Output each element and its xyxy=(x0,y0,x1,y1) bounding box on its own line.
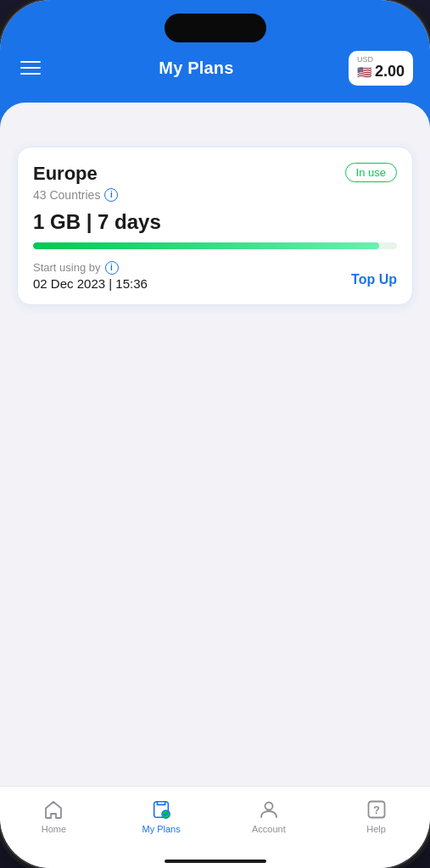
account-icon xyxy=(258,798,280,821)
nav-item-account[interactable]: Account xyxy=(215,793,323,839)
menu-button[interactable] xyxy=(17,58,44,78)
nav-item-home[interactable]: Home xyxy=(0,793,108,839)
home-nav-label: Home xyxy=(42,824,66,834)
help-nav-label: Help xyxy=(366,824,386,834)
progress-bar-fill xyxy=(33,242,379,249)
in-use-badge: In use xyxy=(345,163,397,182)
plan-size: 1 GB | 7 days xyxy=(33,210,397,234)
phone-shell: My Plans USD 🇺🇸 2.00 Europe In use 43 xyxy=(0,0,430,868)
start-using-info-icon[interactable]: i xyxy=(105,261,119,275)
dynamic-island xyxy=(165,14,266,42)
nav-item-help[interactable]: ? Help xyxy=(322,793,430,839)
page-title: My Plans xyxy=(159,58,233,78)
screen: My Plans USD 🇺🇸 2.00 Europe In use 43 xyxy=(0,0,430,868)
svg-text:?: ? xyxy=(373,804,380,816)
header-curve xyxy=(0,103,430,133)
balance-badge[interactable]: USD 🇺🇸 2.00 xyxy=(349,51,413,86)
countries-info-icon[interactable]: i xyxy=(104,188,118,202)
plan-card: Europe In use 43 Countries i 1 GB | 7 da… xyxy=(17,147,413,305)
start-using-section: Start using by i 02 Dec 2023 | 15:36 xyxy=(33,261,148,291)
main-content: Europe In use 43 Countries i 1 GB | 7 da… xyxy=(0,133,430,786)
countries-text: 43 Countries xyxy=(33,188,100,202)
account-nav-label: Account xyxy=(252,824,286,834)
plan-region: Europe xyxy=(33,163,98,185)
home-indicator-bar xyxy=(0,860,430,868)
plan-countries: 43 Countries i xyxy=(33,188,397,202)
plan-footer: Start using by i 02 Dec 2023 | 15:36 Top… xyxy=(33,261,397,291)
expiry-date: 02 Dec 2023 | 15:36 xyxy=(33,276,148,291)
start-using-label: Start using by i xyxy=(33,261,148,275)
balance-amount: 2.00 xyxy=(375,64,405,81)
my-plans-nav-label: My Plans xyxy=(142,824,181,834)
help-icon: ? xyxy=(366,798,388,821)
home-icon xyxy=(42,798,64,821)
nav-item-my-plans[interactable]: My Plans xyxy=(108,793,215,839)
flag-icon: 🇺🇸 xyxy=(357,66,371,78)
my-plans-icon xyxy=(150,798,172,821)
top-up-button[interactable]: Top Up xyxy=(351,269,397,291)
plan-card-top: Europe In use xyxy=(33,163,397,185)
svg-point-2 xyxy=(265,803,272,810)
progress-bar-container xyxy=(33,242,397,249)
bottom-nav: Home My Plans xyxy=(0,786,430,860)
